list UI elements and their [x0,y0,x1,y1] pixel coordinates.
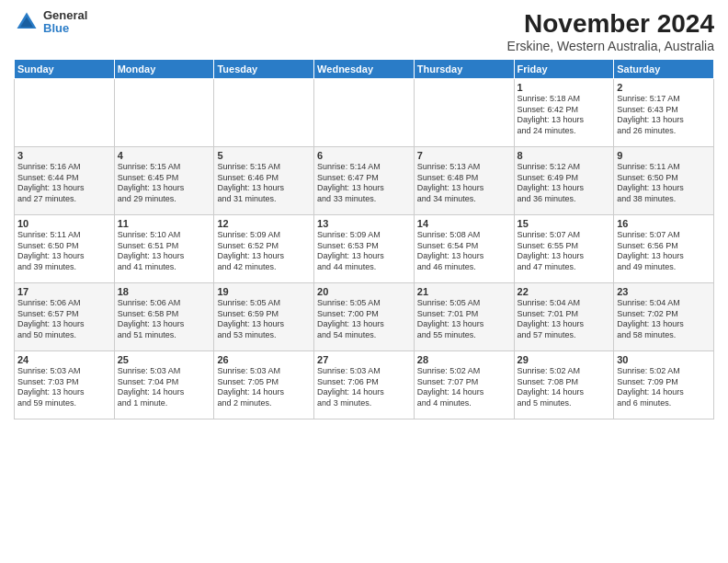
main-container: General Blue November 2024 Erskine, West… [0,0,728,424]
day-info: Sunrise: 5:09 AM Sunset: 6:53 PM Dayligh… [317,230,411,273]
calendar-cell [15,79,115,147]
day-number: 16 [617,218,711,229]
day-number: 14 [417,218,511,229]
calendar-cell: 23Sunrise: 5:04 AM Sunset: 7:02 PM Dayli… [614,283,714,351]
calendar-table: Sunday Monday Tuesday Wednesday Thursday… [14,59,714,419]
day-info: Sunrise: 5:04 AM Sunset: 7:02 PM Dayligh… [617,298,711,341]
calendar-cell: 14Sunrise: 5:08 AM Sunset: 6:54 PM Dayli… [414,215,514,283]
calendar-week-4: 17Sunrise: 5:06 AM Sunset: 6:57 PM Dayli… [15,283,714,351]
calendar-week-2: 3Sunrise: 5:16 AM Sunset: 6:44 PM Daylig… [15,147,714,215]
day-number: 12 [217,218,311,229]
day-info: Sunrise: 5:16 AM Sunset: 6:44 PM Dayligh… [17,162,111,205]
day-number: 10 [17,218,111,229]
col-tuesday: Tuesday [214,60,314,79]
title-block: November 2024 Erskine, Western Australia… [507,9,714,53]
day-info: Sunrise: 5:03 AM Sunset: 7:05 PM Dayligh… [217,366,311,409]
day-number: 30 [617,354,711,365]
day-number: 21 [417,286,511,297]
day-info: Sunrise: 5:04 AM Sunset: 7:01 PM Dayligh… [518,298,611,341]
calendar-cell: 11Sunrise: 5:10 AM Sunset: 6:51 PM Dayli… [114,215,214,283]
day-number: 23 [617,286,711,297]
day-info: Sunrise: 5:03 AM Sunset: 7:06 PM Dayligh… [317,366,411,409]
calendar-cell: 5Sunrise: 5:15 AM Sunset: 6:46 PM Daylig… [214,147,314,215]
day-number: 1 [518,82,611,93]
day-number: 7 [417,150,511,161]
calendar-cell: 12Sunrise: 5:09 AM Sunset: 6:52 PM Dayli… [214,215,314,283]
day-number: 3 [17,150,111,161]
calendar-cell [114,79,214,147]
day-number: 17 [17,286,111,297]
day-info: Sunrise: 5:02 AM Sunset: 7:08 PM Dayligh… [518,366,611,409]
day-number: 20 [317,286,411,297]
day-number: 4 [118,150,211,161]
day-info: Sunrise: 5:12 AM Sunset: 6:49 PM Dayligh… [518,162,611,205]
calendar-cell [414,79,514,147]
calendar-cell: 24Sunrise: 5:03 AM Sunset: 7:03 PM Dayli… [15,351,115,419]
day-number: 28 [417,354,511,365]
day-number: 5 [217,150,311,161]
calendar-cell: 7Sunrise: 5:13 AM Sunset: 6:48 PM Daylig… [414,147,514,215]
calendar-cell: 29Sunrise: 5:02 AM Sunset: 7:08 PM Dayli… [514,351,614,419]
col-sunday: Sunday [15,60,115,79]
day-info: Sunrise: 5:11 AM Sunset: 6:50 PM Dayligh… [17,230,111,273]
calendar-week-1: 1Sunrise: 5:18 AM Sunset: 6:42 PM Daylig… [15,79,714,147]
day-info: Sunrise: 5:18 AM Sunset: 6:42 PM Dayligh… [518,94,611,137]
calendar-week-5: 24Sunrise: 5:03 AM Sunset: 7:03 PM Dayli… [15,351,714,419]
day-number: 22 [518,286,611,297]
day-info: Sunrise: 5:07 AM Sunset: 6:55 PM Dayligh… [518,230,611,273]
logo-line2: Blue [43,22,87,35]
col-friday: Friday [514,60,614,79]
calendar-cell: 2Sunrise: 5:17 AM Sunset: 6:43 PM Daylig… [614,79,714,147]
day-info: Sunrise: 5:06 AM Sunset: 6:57 PM Dayligh… [17,298,111,341]
day-info: Sunrise: 5:05 AM Sunset: 7:01 PM Dayligh… [417,298,511,341]
logo-line1: General [43,9,87,22]
day-info: Sunrise: 5:14 AM Sunset: 6:47 PM Dayligh… [317,162,411,205]
day-number: 9 [617,150,711,161]
calendar-cell [214,79,314,147]
day-info: Sunrise: 5:11 AM Sunset: 6:50 PM Dayligh… [617,162,711,205]
calendar-cell: 20Sunrise: 5:05 AM Sunset: 7:00 PM Dayli… [314,283,415,351]
day-number: 26 [217,354,311,365]
day-number: 24 [17,354,111,365]
calendar-week-3: 10Sunrise: 5:11 AM Sunset: 6:50 PM Dayli… [15,215,714,283]
calendar-cell: 3Sunrise: 5:16 AM Sunset: 6:44 PM Daylig… [15,147,115,215]
calendar-cell: 28Sunrise: 5:02 AM Sunset: 7:07 PM Dayli… [414,351,514,419]
calendar-cell: 10Sunrise: 5:11 AM Sunset: 6:50 PM Dayli… [15,215,115,283]
calendar-cell: 4Sunrise: 5:15 AM Sunset: 6:45 PM Daylig… [114,147,214,215]
calendar-cell: 27Sunrise: 5:03 AM Sunset: 7:06 PM Dayli… [314,351,415,419]
calendar-cell: 16Sunrise: 5:07 AM Sunset: 6:56 PM Dayli… [614,215,714,283]
calendar-cell: 22Sunrise: 5:04 AM Sunset: 7:01 PM Dayli… [514,283,614,351]
calendar-cell: 26Sunrise: 5:03 AM Sunset: 7:05 PM Dayli… [214,351,314,419]
day-info: Sunrise: 5:02 AM Sunset: 7:09 PM Dayligh… [617,366,711,409]
day-info: Sunrise: 5:15 AM Sunset: 6:45 PM Dayligh… [118,162,211,205]
calendar-cell: 30Sunrise: 5:02 AM Sunset: 7:09 PM Dayli… [614,351,714,419]
day-info: Sunrise: 5:06 AM Sunset: 6:58 PM Dayligh… [118,298,211,341]
day-info: Sunrise: 5:03 AM Sunset: 7:03 PM Dayligh… [17,366,111,409]
day-number: 11 [118,218,211,229]
calendar-cell: 13Sunrise: 5:09 AM Sunset: 6:53 PM Dayli… [314,215,415,283]
day-number: 25 [118,354,211,365]
calendar-cell: 1Sunrise: 5:18 AM Sunset: 6:42 PM Daylig… [514,79,614,147]
calendar-cell [314,79,415,147]
day-number: 19 [217,286,311,297]
day-number: 8 [518,150,611,161]
day-info: Sunrise: 5:15 AM Sunset: 6:46 PM Dayligh… [217,162,311,205]
col-wednesday: Wednesday [314,60,415,79]
day-info: Sunrise: 5:13 AM Sunset: 6:48 PM Dayligh… [417,162,511,205]
header: General Blue November 2024 Erskine, West… [14,9,714,53]
calendar-cell: 21Sunrise: 5:05 AM Sunset: 7:01 PM Dayli… [414,283,514,351]
calendar-cell: 17Sunrise: 5:06 AM Sunset: 6:57 PM Dayli… [15,283,115,351]
day-info: Sunrise: 5:07 AM Sunset: 6:56 PM Dayligh… [617,230,711,273]
day-number: 18 [118,286,211,297]
calendar-cell: 18Sunrise: 5:06 AM Sunset: 6:58 PM Dayli… [114,283,214,351]
day-number: 27 [317,354,411,365]
col-monday: Monday [114,60,214,79]
col-thursday: Thursday [414,60,514,79]
day-number: 2 [617,82,711,93]
day-info: Sunrise: 5:05 AM Sunset: 7:00 PM Dayligh… [317,298,411,341]
day-number: 6 [317,150,411,161]
calendar-cell: 8Sunrise: 5:12 AM Sunset: 6:49 PM Daylig… [514,147,614,215]
calendar-cell: 9Sunrise: 5:11 AM Sunset: 6:50 PM Daylig… [614,147,714,215]
logo-text: General Blue [43,9,87,36]
day-info: Sunrise: 5:05 AM Sunset: 6:59 PM Dayligh… [217,298,311,341]
